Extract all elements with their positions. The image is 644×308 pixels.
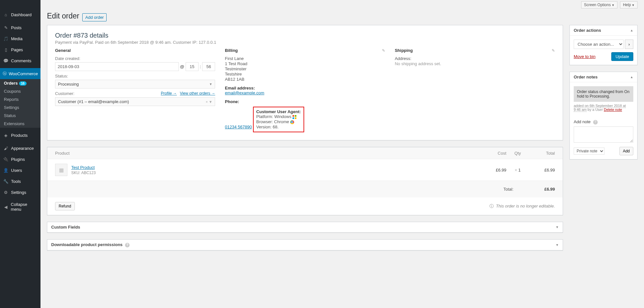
general-column: General Date created: @ : Status: Proces… <box>55 48 215 132</box>
date-input[interactable] <box>55 62 179 71</box>
add-note-button[interactable]: Add <box>619 147 633 155</box>
locked-text: ⓘ This order is no longer editable. <box>489 203 555 209</box>
appearance-icon: 🖌 <box>3 145 9 151</box>
refund-button[interactable]: Refund <box>55 202 75 210</box>
product-link[interactable]: Test Product <box>71 165 95 170</box>
sidebar-item-products[interactable]: ◈Products <box>0 130 40 141</box>
chevron-down-icon: ▼ <box>209 82 212 86</box>
address-label: Address: <box>395 56 555 61</box>
no-shipping-text: No shipping address set. <box>395 61 555 66</box>
note-textarea[interactable] <box>574 126 633 143</box>
media-icon: 🎵 <box>3 35 9 42</box>
sidebar-label: Users <box>11 168 22 173</box>
customer-label: Customer: Profile → View other orders → <box>55 91 215 96</box>
hdr-qty: Qty <box>506 151 529 156</box>
woo-submenu: Orders16 Coupons Reports Settings Status… <box>0 79 40 128</box>
user-agent-box: Customer User Agent: Platform: Windows B… <box>253 107 304 132</box>
chrome-icon <box>290 120 294 124</box>
sub-settings[interactable]: Settings <box>0 103 40 112</box>
billing-heading: Billing <box>225 48 238 53</box>
sidebar-label: Appearance <box>11 146 34 151</box>
sidebar-item-posts[interactable]: ✎Posts <box>0 22 40 33</box>
action-select[interactable]: Choose an action... <box>574 40 624 49</box>
sidebar-item-woocommerce[interactable]: ⓌWooCommerce <box>0 68 40 79</box>
edit-shipping-icon[interactable]: ✎ <box>552 48 555 53</box>
apply-action-button[interactable]: › <box>625 40 633 49</box>
help-button[interactable]: Help <box>620 1 638 8</box>
minute-input[interactable] <box>202 62 215 71</box>
edit-billing-icon[interactable]: ✎ <box>382 48 385 53</box>
toggle-icon[interactable]: ▲ <box>630 75 633 79</box>
update-button[interactable]: Update <box>611 52 633 61</box>
order-details-panel: Order #873 details Payment via PayPal. P… <box>47 25 563 140</box>
sub-coupons[interactable]: Coupons <box>0 87 40 95</box>
content-area: Screen Options Help Edit order Add order… <box>40 0 644 308</box>
pin-icon: ✎ <box>3 24 9 31</box>
profile-link[interactable]: Profile → <box>161 91 177 96</box>
status-select[interactable]: Processing▼ <box>55 80 215 89</box>
sidebar-item-media[interactable]: 🎵Media <box>0 33 40 44</box>
customer-select[interactable]: Customer (#1 – email@example.com)× ▼ <box>55 97 215 106</box>
date-label: Date created: <box>55 56 215 61</box>
toggle-icon[interactable]: ▲ <box>630 29 633 32</box>
add-order-button[interactable]: Add order <box>82 13 107 21</box>
sidebar-item-appearance[interactable]: 🖌Appearance <box>0 143 40 154</box>
email-link[interactable]: email@example.com <box>225 90 264 95</box>
order-subtitle: Payment via PayPal. Paid on 6th Septembe… <box>55 40 555 45</box>
table-row: ▦ Test Product SKU: ABC123 £6.99 × 1 £6.… <box>47 159 563 181</box>
sub-reports[interactable]: Reports <box>0 95 40 103</box>
collapse-icon: ◀ <box>3 204 9 210</box>
topbar: Screen Options Help <box>47 0 638 10</box>
page-title: Edit order <box>47 12 79 20</box>
sidebar-item-tools[interactable]: 🔧Tools <box>0 176 40 187</box>
add-note-label: Add note ? <box>574 119 633 124</box>
sub-extensions[interactable]: Extensions <box>0 120 40 128</box>
status-label: Status: <box>55 74 215 78</box>
screen-options-button[interactable]: Screen Options <box>581 1 617 8</box>
sidebar-item-plugins[interactable]: 🔌Plugins <box>0 154 40 165</box>
sub-orders[interactable]: Orders16 <box>0 79 40 87</box>
page-icon: ▯ <box>3 46 9 53</box>
hour-input[interactable] <box>186 62 199 71</box>
sidebar-label: Pages <box>11 47 23 52</box>
order-items-panel: Product Cost Qty Total ▦ Test Product SK… <box>47 147 563 215</box>
sidebar-item-dashboard[interactable]: ⌂Dashboard <box>0 9 40 20</box>
billing-column: Billing✎ First Lane 1 Test Road Testmins… <box>225 48 385 132</box>
sidebar-label: Tools <box>11 179 21 184</box>
order-actions-panel: Order actions▲ Choose an action... › Mov… <box>569 25 638 65</box>
sidebar-label: Comments <box>11 58 31 63</box>
sidebar-item-settings[interactable]: ⚙Settings <box>0 187 40 198</box>
woocommerce-icon: Ⓦ <box>3 70 7 77</box>
phone-link[interactable]: 01234 567890 <box>225 124 252 129</box>
sub-status[interactable]: Status <box>0 112 40 120</box>
hdr-total: Total <box>529 151 555 156</box>
toggle-icon[interactable]: ▼ <box>556 243 559 247</box>
sidebar-item-users[interactable]: 👤Users <box>0 165 40 176</box>
delete-note-link[interactable]: Delete note <box>604 108 622 112</box>
custom-fields-heading: Custom Fields <box>51 225 80 230</box>
phone-label: Phone: <box>225 99 385 104</box>
admin-sidebar: ⌂Dashboard ✎Posts 🎵Media ▯Pages 💬Comment… <box>0 0 40 308</box>
orders-count-badge: 16 <box>19 81 27 86</box>
sidebar-label: Products <box>11 133 28 138</box>
tools-icon: 🔧 <box>3 178 9 184</box>
item-cost: £6.99 <box>484 168 506 172</box>
hdr-cost: Cost <box>484 151 506 156</box>
order-total: £6.99 <box>529 187 555 192</box>
help-icon[interactable]: ? <box>593 120 598 124</box>
sidebar-label: Posts <box>11 25 22 30</box>
sidebar-item-comments[interactable]: 💬Comments <box>0 55 40 66</box>
sidebar-label: WooCommerce <box>9 71 38 76</box>
help-icon[interactable]: ? <box>125 243 130 247</box>
sidebar-label: Collapse menu <box>11 202 38 212</box>
item-qty: × 1 <box>506 168 529 172</box>
sidebar-label: Dashboard <box>11 12 32 17</box>
note-type-select[interactable]: Private note <box>574 148 604 155</box>
sidebar-item-collapse[interactable]: ◀Collapse menu <box>0 200 40 214</box>
toggle-icon[interactable]: ▼ <box>556 225 559 229</box>
view-other-orders-link[interactable]: View other orders → <box>180 91 215 96</box>
sidebar-label: Media <box>11 36 22 41</box>
move-to-bin-link[interactable]: Move to bin <box>574 54 595 59</box>
general-heading: General <box>55 48 215 53</box>
sidebar-item-pages[interactable]: ▯Pages <box>0 44 40 55</box>
